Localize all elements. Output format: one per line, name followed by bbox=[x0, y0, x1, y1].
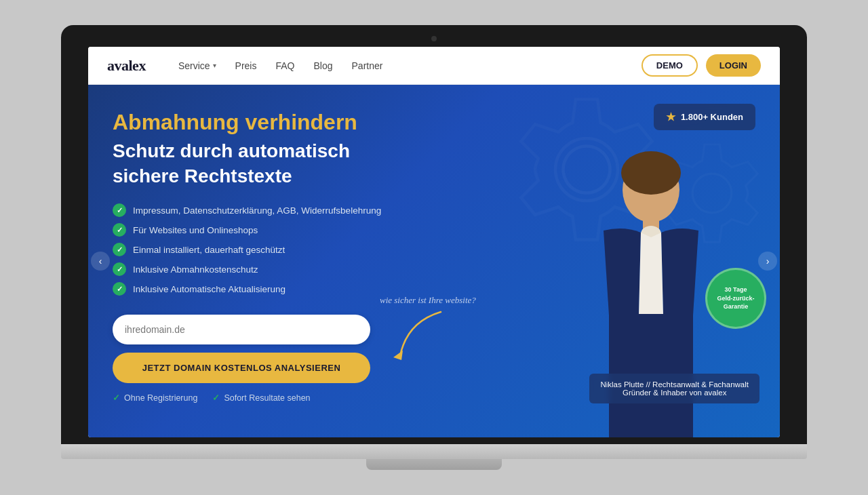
hero-checklist: ✓ Impressum, Datenschutzerklärung, AGB, … bbox=[113, 203, 492, 296]
customers-badge: ★ 1.800+ Kunden bbox=[654, 104, 755, 130]
nav-blog[interactable]: Blog bbox=[314, 60, 333, 71]
check-icon: ✓ bbox=[113, 262, 126, 276]
check-icon: ✓ bbox=[113, 282, 126, 296]
sub-check-1: ✓ Ohne Registrierung bbox=[113, 393, 197, 403]
nav-links: Service ▾ Preis FAQ Blog Partner bbox=[178, 60, 642, 71]
domain-input[interactable] bbox=[113, 315, 370, 344]
nav-buttons: DEMO LOGIN bbox=[642, 54, 761, 77]
laptop-stand bbox=[366, 459, 502, 470]
laptop-frame: avalex Service ▾ Preis FAQ Blog bbox=[61, 25, 807, 470]
guarantee-badge: 30 Tage Geld-zurück- Garantie bbox=[705, 268, 766, 329]
check-icon: ✓ bbox=[212, 393, 220, 403]
check-icon: ✓ bbox=[113, 223, 126, 237]
star-icon: ★ bbox=[666, 111, 675, 123]
brand-logo[interactable]: avalex bbox=[107, 57, 146, 75]
list-item: ✓ Für Websites und Onlineshops bbox=[113, 223, 492, 237]
hero-title-white: Schutz durch automatisch sichere Rechtst… bbox=[113, 139, 492, 189]
list-item: ✓ Inklusive Abmahnkostenschutz bbox=[113, 262, 492, 276]
nav-partner[interactable]: Partner bbox=[352, 60, 383, 71]
list-item: ✓ Impressum, Datenschutzerklärung, AGB, … bbox=[113, 203, 492, 217]
arrow-annotation-text: wie sicher ist Ihre website? bbox=[380, 295, 476, 306]
screen-bezel: avalex Service ▾ Preis FAQ Blog bbox=[61, 25, 807, 444]
list-item: ✓ Inklusive Automatische Aktualisierung bbox=[113, 282, 492, 296]
camera bbox=[431, 36, 437, 41]
person-name-card: Niklas Plutte // Rechtsanwalt & Fachanwa… bbox=[589, 374, 760, 403]
check-icon: ✓ bbox=[113, 243, 126, 256]
chevron-down-icon: ▾ bbox=[213, 62, 216, 69]
nav-service[interactable]: Service ▾ bbox=[178, 60, 216, 71]
laptop-base bbox=[61, 444, 807, 459]
browser-screen: avalex Service ▾ Preis FAQ Blog bbox=[88, 47, 780, 437]
hero-section: ‹ ★ 1.800+ Kunden Abm bbox=[88, 85, 780, 437]
check-icon: ✓ bbox=[113, 393, 120, 403]
nav-faq[interactable]: FAQ bbox=[275, 60, 294, 71]
list-item: ✓ Einmal installiert, dauerhaft geschütz… bbox=[113, 243, 492, 256]
login-button[interactable]: LOGIN bbox=[706, 54, 761, 77]
analyze-button[interactable]: JETZT DOMAIN KOSTENLOS ANALYSIEREN bbox=[113, 353, 370, 383]
nav-preis[interactable]: Preis bbox=[235, 60, 257, 71]
hero-sub-checks: ✓ Ohne Registrierung ✓ Sofort Resultate … bbox=[113, 393, 492, 403]
slider-left-arrow[interactable]: ‹ bbox=[91, 252, 110, 271]
check-icon: ✓ bbox=[113, 203, 126, 217]
hero-title-yellow: Abmahnung verhindern bbox=[113, 109, 492, 135]
demo-button[interactable]: DEMO bbox=[642, 54, 698, 77]
svg-marker-2 bbox=[393, 351, 403, 360]
navigation: avalex Service ▾ Preis FAQ Blog bbox=[88, 47, 780, 85]
sub-check-2: ✓ Sofort Resultate sehen bbox=[212, 393, 310, 403]
slider-right-arrow[interactable]: › bbox=[758, 252, 777, 271]
svg-point-4 bbox=[621, 151, 681, 195]
arrow-curve-icon bbox=[387, 309, 454, 363]
